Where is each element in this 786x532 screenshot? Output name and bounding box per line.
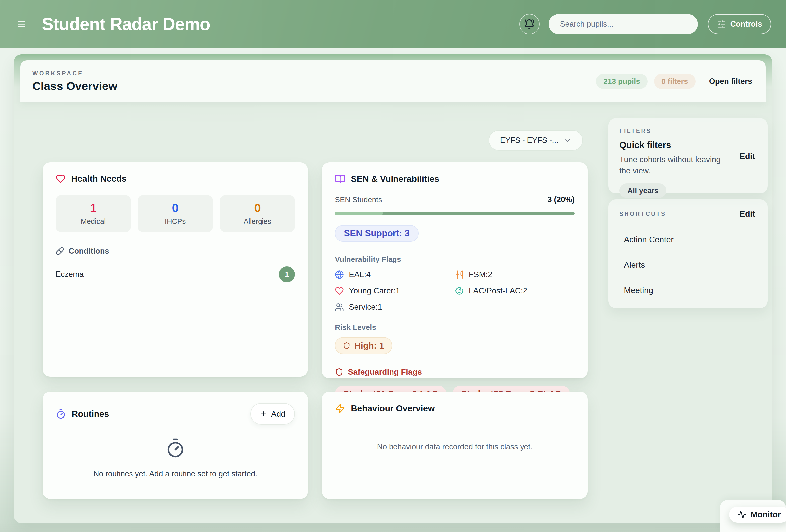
behaviour-card-header: Behaviour Overview <box>335 403 575 414</box>
sen-card-header: SEN & Vulnerabilities <box>335 174 575 184</box>
health-card-header: Health Needs <box>56 174 295 184</box>
notifications-button[interactable] <box>519 14 540 34</box>
sen-students-row: SEN Students 3 (20%) <box>335 195 575 204</box>
baby-icon <box>455 286 464 295</box>
routines-card-title: Routines <box>72 409 109 419</box>
open-filters-button[interactable]: Open filters <box>708 76 754 86</box>
stopwatch-icon <box>56 409 66 419</box>
heart-icon <box>335 286 344 295</box>
users-icon <box>335 303 344 312</box>
filters-count-badge: 0 filters <box>654 74 696 89</box>
routines-empty-text: No routines yet. Add a routine set to ge… <box>93 469 257 478</box>
condition-row-eczema: Eczema 1 <box>56 266 295 283</box>
heart-icon <box>56 174 66 184</box>
condition-name: Eczema <box>56 270 84 279</box>
monitor-label: Monitor <box>750 510 781 519</box>
app-header: Student Radar Demo Controls <box>0 0 786 48</box>
shortcut-action-center[interactable]: Action Center <box>619 227 757 244</box>
conditions-heading: Conditions <box>56 246 295 256</box>
shield-icon <box>343 342 350 349</box>
stat-allergies-value: 0 <box>220 201 295 215</box>
flag-service: Service:1 <box>335 303 455 312</box>
vulnerability-flags-grid: EAL:4 FSM:2 Young Carer:1 LAC/Post-LAC:2… <box>335 270 575 312</box>
workspace-header-right: 213 pupils 0 filters Open filters <box>596 74 754 89</box>
plus-icon <box>260 410 267 417</box>
risk-high-label: High: 1 <box>354 341 384 350</box>
flag-young-carer: Young Carer:1 <box>335 286 455 295</box>
flag-lac-label: LAC/Post-LAC:2 <box>469 286 528 295</box>
app-title: Student Radar Demo <box>42 14 210 34</box>
filters-eyebrow: FILTERS <box>619 128 757 135</box>
workspace-eyebrow: WORKSPACE <box>32 70 117 77</box>
behaviour-overview-card: Behaviour Overview No behaviour data rec… <box>322 392 587 499</box>
pupils-count-badge: 213 pupils <box>596 74 648 89</box>
sen-progress-fill <box>335 212 383 215</box>
quick-filters-row: Quick filters Tune cohorts without leavi… <box>619 140 757 176</box>
menu-button[interactable] <box>15 18 28 31</box>
risk-levels-heading: Risk Levels <box>335 323 575 332</box>
stat-medical: 1 Medical <box>56 195 131 232</box>
stat-allergies-label: Allergies <box>220 217 295 226</box>
safeguarding-label: Safeguarding Flags <box>348 367 422 377</box>
flag-eal-label: EAL:4 <box>349 270 371 279</box>
add-routine-label: Add <box>271 409 285 418</box>
add-routine-button[interactable]: Add <box>250 403 295 425</box>
sliders-icon <box>717 20 726 29</box>
sen-card-title: SEN & Vulnerabilities <box>351 174 439 184</box>
safeguarding-heading: Safeguarding Flags <box>335 367 575 377</box>
utensils-icon <box>455 270 464 279</box>
stat-medical-value: 1 <box>56 201 131 215</box>
edit-shortcuts-button[interactable]: Edit <box>738 209 757 219</box>
conditions-label: Conditions <box>69 246 109 256</box>
quick-filters-description: Tune cohorts without leaving the view. <box>619 154 726 176</box>
shortcut-alerts[interactable]: Alerts <box>619 253 757 270</box>
lightning-bolt-icon <box>335 403 345 414</box>
workspace-heading: WORKSPACE Class Overview <box>32 70 117 93</box>
class-selector-value: EYFS - EYFS -... <box>500 136 558 145</box>
routines-card-header: Routines Add <box>56 403 295 425</box>
edit-filters-button[interactable]: Edit <box>738 151 757 161</box>
flag-lac: LAC/Post-LAC:2 <box>455 286 575 295</box>
stopwatch-icon <box>165 437 186 458</box>
health-needs-card: Health Needs 1 Medical 0 IHCPs 0 Allergi… <box>43 162 308 377</box>
flag-young-carer-label: Young Carer:1 <box>349 286 400 295</box>
risk-high-badge: High: 1 <box>335 337 392 354</box>
sen-support-badge: SEN Support: 3 <box>335 225 419 242</box>
quick-filters-panel: FILTERS Quick filters Tune cohorts witho… <box>608 118 767 193</box>
search-input[interactable] <box>549 14 698 34</box>
shield-icon <box>335 368 343 377</box>
health-stats-row: 1 Medical 0 IHCPs 0 Allergies <box>56 195 295 232</box>
quick-filters-title: Quick filters <box>619 140 726 150</box>
globe-icon <box>335 270 344 279</box>
sen-vulnerabilities-card: SEN & Vulnerabilities SEN Students 3 (20… <box>322 162 587 379</box>
flag-eal: EAL:4 <box>335 270 455 279</box>
book-open-icon <box>335 174 345 184</box>
routines-empty-state: No routines yet. Add a routine set to ge… <box>56 437 295 478</box>
monitor-button[interactable]: Monitor <box>729 507 786 523</box>
flag-service-label: Service:1 <box>349 303 382 312</box>
all-years-chip[interactable]: All years <box>619 184 667 198</box>
vulnerability-flags-heading: Vulnerability Flags <box>335 255 575 264</box>
class-selector-dropdown[interactable]: EYFS - EYFS -... <box>489 130 583 150</box>
quick-filters-text: Quick filters Tune cohorts without leavi… <box>619 140 726 176</box>
routines-card: Routines Add No routines yet. Add a rout… <box>43 392 308 499</box>
controls-button[interactable]: Controls <box>708 14 771 34</box>
flag-fsm-label: FSM:2 <box>469 270 492 279</box>
behaviour-empty-text: No behaviour data recorded for this clas… <box>335 442 575 452</box>
bell-icon <box>524 19 535 29</box>
shortcuts-header: SHORTCUTS Edit <box>619 209 757 219</box>
controls-label: Controls <box>730 20 762 29</box>
stat-ihcps-label: IHCPs <box>138 217 213 226</box>
stat-ihcps-value: 0 <box>138 201 213 215</box>
behaviour-card-title: Behaviour Overview <box>351 403 435 413</box>
chevron-down-icon <box>564 137 572 144</box>
workspace-header: WORKSPACE Class Overview 213 pupils 0 fi… <box>20 60 766 102</box>
health-card-title: Health Needs <box>71 174 126 184</box>
pill-icon <box>56 247 64 255</box>
flag-fsm: FSM:2 <box>455 270 575 279</box>
hamburger-icon <box>17 19 27 29</box>
stat-allergies: 0 Allergies <box>220 195 295 232</box>
shortcut-meeting[interactable]: Meeting <box>619 278 757 295</box>
stat-medical-label: Medical <box>56 217 131 226</box>
sen-students-label: SEN Students <box>335 195 382 204</box>
